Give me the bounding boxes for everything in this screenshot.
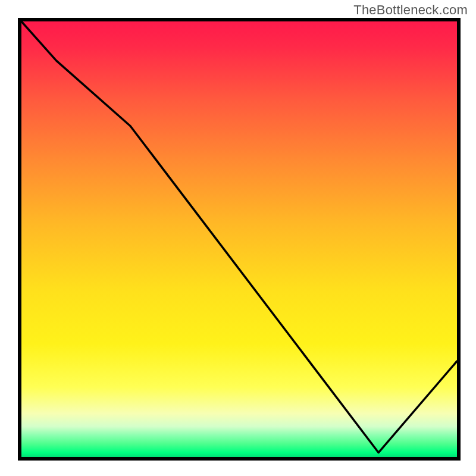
plot-frame — [18, 18, 461, 461]
chart-stage: TheBottleneck.com — [0, 0, 476, 476]
watermark-label: TheBottleneck.com — [353, 2, 468, 18]
bottleneck-line — [21, 21, 457, 457]
